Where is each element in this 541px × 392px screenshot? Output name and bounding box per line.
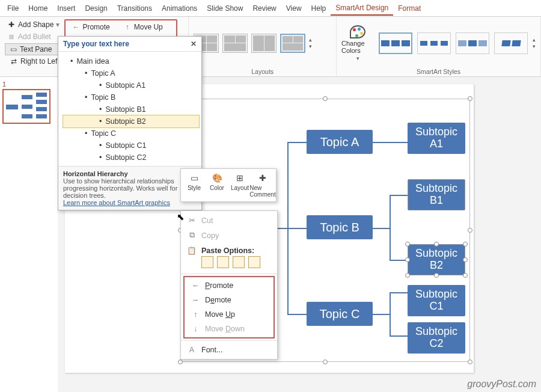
tp-item-sub-c2[interactable]: Subtopic C2 [63,152,199,164]
cut-icon: ✂ [187,216,197,225]
paste-icon: 📋 [187,246,197,255]
style-icon: ▭ [188,173,200,183]
ctx-paste-options [181,255,277,272]
textpane-icon: ▭ [9,45,17,54]
menu-smartart-design[interactable]: SmartArt Design [331,1,393,16]
layout-option-3[interactable] [251,34,277,53]
tp-item-sub-b1[interactable]: Subtopic B1 [63,103,199,115]
node-topic-b[interactable]: Topic B [307,215,373,239]
tp-item-topic-a[interactable]: Topic A [63,67,199,79]
ctx-highlight-box: ←Promote →Demote ↑Move Up ↓Move Down [183,276,275,338]
menu-slideshow[interactable]: Slide Show [202,2,248,15]
tp-item-topic-c[interactable]: Topic C [63,127,199,139]
layout-mini-icon: ⊞ [234,173,246,183]
arrow-up-icon: ↑ [191,310,200,319]
style-option-2[interactable] [417,32,451,54]
promote-button[interactable]: ←Promote [69,22,112,32]
ribbon-group-layouts: ▴▾ Layouts [189,17,337,76]
ctx-demote[interactable]: →Demote [185,293,274,307]
group-label-styles: SmartArt Styles [341,67,536,75]
ctx-paste-heading: 📋Paste Options: [181,243,277,255]
tp-item-sub-a1[interactable]: Subtopic A1 [63,79,199,91]
menu-insert[interactable]: Insert [52,2,80,15]
tp-item-topic-b[interactable]: Topic B [63,91,199,103]
comment-icon: ✚ [257,173,269,183]
group-label-layouts: Layouts [194,67,331,75]
add-shape-button[interactable]: ✚Add Shape ▾ [5,19,62,30]
text-pane-header: Type your text here ✕ [58,37,201,52]
menu-review[interactable]: Review [248,2,281,15]
text-pane-list[interactable]: Main idea Topic A Subtopic A1 Topic B Su… [58,52,201,166]
ctx-promote[interactable]: ←Promote [185,278,274,293]
ribbon-group-styles: Change Colors▾ ▴▾ SmartArt Styles [337,17,541,76]
menu-file[interactable]: File [2,2,23,15]
move-up-button[interactable]: ↑Move Up [121,22,165,32]
rtl-icon: ⇄ [10,57,18,66]
cursor-icon: ⬉ [177,212,185,222]
palette-icon [350,25,365,38]
mini-layout-button[interactable]: ⊞Layout [229,171,251,199]
node-subtopic-b2-selected[interactable]: Subtopic B2 [408,244,465,275]
bullet-icon: ≣ [7,32,16,41]
arrow-right-icon: → [191,296,200,304]
node-topic-a[interactable]: Topic A [307,130,373,154]
tp-item-sub-c1[interactable]: Subtopic C1 [63,139,199,152]
style-option-3[interactable] [456,32,489,54]
ctx-font[interactable]: AFont... [181,343,277,357]
menu-transitions[interactable]: Transitions [112,2,157,15]
arrow-down-icon: ↓ [191,325,200,333]
slide-thumbnails: 1 [0,77,58,392]
plus-icon: ✚ [7,20,16,29]
style-option-1[interactable] [379,32,412,54]
close-icon[interactable]: ✕ [191,40,197,48]
menu-help[interactable]: Help [307,2,331,15]
context-menu: ✂Cut ⧉Copy 📋Paste Options: ←Promote →Dem… [180,210,278,360]
add-bullet-button: ≣Add Bullet [5,31,62,42]
node-subtopic-b1[interactable]: Subtopic B1 [408,179,465,210]
tp-item-main[interactable]: Main idea [63,55,199,67]
text-pane-button[interactable]: ▭Text Pane [5,43,62,55]
arrow-left-icon: ← [191,281,200,290]
color-icon: 🎨 [211,173,223,183]
layouts-more[interactable]: ▴▾ [309,37,312,49]
ctx-move-down: ↓Move Down [185,322,274,336]
ctx-copy: ⧉Copy [181,228,277,243]
styles-more[interactable]: ▴▾ [533,37,536,49]
right-to-left-button[interactable]: ⇄Right to Left [7,56,62,67]
copy-icon: ⧉ [187,231,197,240]
slide-number: 1 [2,81,55,88]
paste-option-2[interactable] [217,256,229,268]
node-subtopic-c1[interactable]: Subtopic C1 [408,285,465,316]
menu-bar: File Home Insert Design Transitions Anim… [0,0,541,17]
mini-color-button[interactable]: 🎨Color [206,171,228,199]
menu-design[interactable]: Design [80,2,112,15]
mini-toolbar: ▭Style 🎨Color ⊞Layout ✚New Comment [180,168,277,202]
node-topic-c[interactable]: Topic C [307,302,373,326]
mini-new-comment-button[interactable]: ✚New Comment [252,171,274,199]
learn-more-link[interactable]: Learn more about SmartArt graphics [63,199,197,206]
paste-option-1[interactable] [201,256,213,268]
tp-item-sub-b2-selected[interactable]: Subtopic B2 [63,115,199,127]
mini-style-button[interactable]: ▭Style [183,171,205,199]
layout-option-2[interactable] [222,34,248,53]
style-option-4[interactable] [494,32,528,54]
node-subtopic-c2[interactable]: Subtopic C2 [408,322,465,354]
menu-home[interactable]: Home [23,2,52,15]
ctx-move-up[interactable]: ↑Move Up [185,307,274,322]
menu-animations[interactable]: Animations [157,2,202,15]
slide-thumbnail-1[interactable] [2,89,50,124]
arrow-up-icon: ↑ [123,23,132,31]
watermark: groovyPost.com [467,379,536,390]
menu-format[interactable]: Format [393,2,426,15]
paste-option-3[interactable] [233,256,245,268]
change-colors-button[interactable]: Change Colors▾ [341,23,374,63]
font-icon: A [187,346,197,354]
layout-option-4-selected[interactable] [280,34,305,53]
arrow-left-icon: ← [72,23,80,31]
menu-view[interactable]: View [281,2,307,15]
node-subtopic-a1[interactable]: Subtopic A1 [408,123,465,154]
ctx-cut: ✂Cut [181,213,277,228]
paste-option-4[interactable] [248,256,260,268]
